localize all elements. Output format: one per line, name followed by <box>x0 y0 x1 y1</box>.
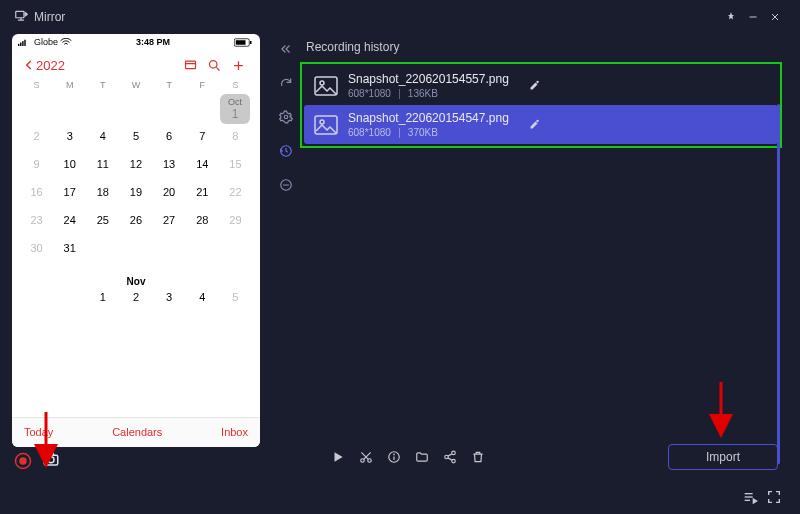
folder-icon[interactable] <box>410 446 434 468</box>
snapshot-button[interactable] <box>42 450 60 472</box>
close-button[interactable] <box>764 6 786 28</box>
svg-point-21 <box>284 115 288 119</box>
import-button[interactable]: Import <box>668 444 778 470</box>
record-button[interactable] <box>14 452 32 470</box>
app-logo-icon <box>14 9 28 26</box>
svg-point-35 <box>394 454 395 455</box>
mirror-controls <box>12 447 260 476</box>
calendar-footer: Today Calendars Inbox <box>12 417 260 447</box>
calendar-search-icon[interactable] <box>202 58 226 73</box>
mirror-panel: Globe 3:48 PM 2022 <box>12 34 260 476</box>
file-name: Snapshot_220620154557.png <box>348 72 509 86</box>
collapse-icon[interactable] <box>275 38 297 60</box>
svg-point-27 <box>320 120 324 124</box>
svg-point-36 <box>452 451 456 455</box>
edit-icon[interactable] <box>529 77 541 95</box>
side-toolbar <box>272 34 300 476</box>
svg-point-20 <box>48 457 54 463</box>
settings-icon[interactable] <box>275 106 297 128</box>
svg-rect-9 <box>236 40 246 45</box>
svg-rect-4 <box>18 43 19 45</box>
file-name: Snapshot_220620154547.png <box>348 111 509 125</box>
cut-icon[interactable] <box>354 446 378 468</box>
svg-rect-11 <box>185 61 195 69</box>
calendar-add-icon[interactable] <box>226 58 250 73</box>
calendar-inbox-button[interactable]: Inbox <box>221 426 248 438</box>
pin-button[interactable] <box>720 6 742 28</box>
svg-rect-6 <box>22 41 23 46</box>
svg-rect-0 <box>16 11 24 17</box>
file-item[interactable]: Snapshot_220620154557.png 608*1080136KB <box>304 66 778 105</box>
svg-marker-44 <box>753 499 756 503</box>
svg-point-13 <box>209 60 217 68</box>
image-icon <box>314 76 338 96</box>
svg-line-40 <box>448 458 452 460</box>
calendar-back-button[interactable]: 2022 <box>22 58 65 73</box>
info-icon[interactable] <box>382 446 406 468</box>
file-item[interactable]: Snapshot_220620154547.png 608*1080370KB <box>304 105 778 144</box>
calendar-grid[interactable]: 2345678 9101112131415 16171819202122 232… <box>12 130 260 256</box>
app-bottom-bar <box>4 484 796 510</box>
playlist-icon[interactable] <box>738 485 762 509</box>
app-title: Mirror <box>34 10 65 24</box>
svg-rect-5 <box>20 42 21 46</box>
svg-line-39 <box>448 454 452 456</box>
svg-rect-10 <box>250 41 252 44</box>
history-title: Recording history <box>300 36 788 62</box>
calendar-year: 2022 <box>36 58 65 73</box>
calendar-nov-label: Nov <box>12 276 260 287</box>
calendar-nov-grid[interactable]: 12345 <box>12 291 260 305</box>
calendar-list-icon[interactable] <box>178 58 202 73</box>
remove-icon[interactable] <box>275 174 297 196</box>
phone-carrier: Globe <box>34 37 58 47</box>
calendar-calendars-button[interactable]: Calendars <box>53 426 221 438</box>
svg-point-37 <box>445 455 449 459</box>
calendar-oct-badge[interactable]: Oct 1 <box>220 94 250 124</box>
svg-point-25 <box>320 81 324 85</box>
phone-time: 3:48 PM <box>72 37 234 47</box>
phone-screen: Globe 3:48 PM 2022 <box>12 34 260 447</box>
svg-rect-7 <box>24 39 25 45</box>
history-icon[interactable] <box>275 140 297 162</box>
file-toolbar: Import <box>300 438 788 476</box>
delete-icon[interactable] <box>466 446 490 468</box>
calendar-today-button[interactable]: Today <box>24 426 53 438</box>
phone-battery-icon <box>234 38 254 47</box>
share-icon[interactable] <box>438 446 462 468</box>
svg-point-38 <box>452 459 456 463</box>
calendar-header: 2022 <box>12 50 260 80</box>
titlebar: Mirror <box>4 4 796 30</box>
svg-line-14 <box>216 67 219 70</box>
refresh-icon[interactable] <box>275 72 297 94</box>
file-list: Snapshot_220620154557.png 608*1080136KB … <box>300 62 782 148</box>
scrollbar[interactable] <box>777 104 780 464</box>
svg-point-18 <box>19 458 27 466</box>
edit-icon[interactable] <box>529 116 541 134</box>
phone-statusbar: Globe 3:48 PM <box>12 34 260 50</box>
image-icon <box>314 115 338 135</box>
svg-marker-28 <box>335 452 343 461</box>
fullscreen-icon[interactable] <box>762 485 786 509</box>
calendar-dow-row: SMTWTFS <box>12 80 260 90</box>
minimize-button[interactable] <box>742 6 764 28</box>
history-pane: Recording history Snapshot_220620154557.… <box>300 34 788 476</box>
play-icon[interactable] <box>326 446 350 468</box>
